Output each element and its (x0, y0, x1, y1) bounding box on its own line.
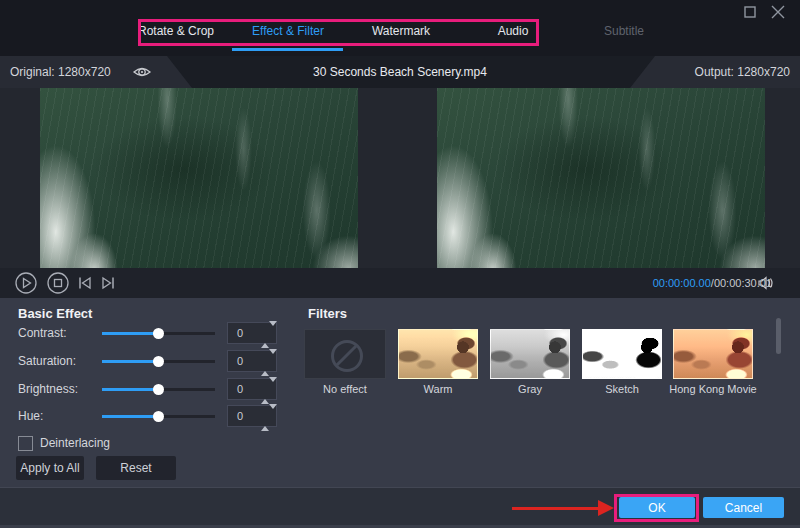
filters-panel: Filters No effect Warm Gray Sketch Hong … (300, 298, 800, 487)
brightness-slider[interactable] (102, 388, 215, 391)
original-video-preview (40, 88, 358, 268)
filter-label-sketch: Sketch (605, 383, 639, 395)
play-icon (15, 272, 37, 294)
brightness-label: Brightness: (18, 382, 78, 396)
video-filename: 30 Seconds Beach Scenery.mp4 (313, 65, 487, 79)
saturation-slider[interactable] (102, 360, 215, 363)
stop-button[interactable] (47, 272, 69, 294)
basic-effect-panel: Basic Effect Contrast: 0 Saturation: 0 B… (0, 298, 300, 487)
volume-button[interactable] (756, 274, 776, 292)
preview-area (0, 88, 800, 268)
tab-subtitle[interactable]: Subtitle (604, 24, 644, 38)
original-resolution-label: Original: 1280x720 (10, 65, 111, 79)
close-button[interactable] (770, 4, 786, 20)
hue-spin-arrows[interactable] (261, 409, 270, 425)
hue-spinbox[interactable]: 0 (227, 405, 277, 427)
annotation-arrow-head (598, 500, 614, 516)
close-icon (770, 4, 786, 20)
cancel-button[interactable]: Cancel (703, 497, 784, 518)
deinterlacing-label: Deinterlacing (40, 436, 110, 450)
spin-down-icon (269, 377, 277, 399)
preview-toggle-button[interactable] (132, 62, 152, 82)
filters-title: Filters (308, 306, 347, 321)
spin-up-icon (261, 382, 269, 404)
saturation-slider-thumb[interactable] (153, 356, 164, 367)
filter-label-gray: Gray (518, 383, 542, 395)
annotation-arrow-line (512, 507, 600, 510)
contrast-value: 0 (237, 327, 243, 339)
spin-down-icon (269, 321, 277, 343)
filter-warm[interactable] (398, 329, 478, 379)
current-time: 00:00:00.00 (653, 277, 711, 289)
filter-sketch[interactable] (582, 329, 662, 379)
next-frame-button[interactable] (99, 274, 117, 292)
spin-up-icon (261, 354, 269, 376)
eye-icon (132, 62, 152, 82)
hue-slider[interactable] (102, 415, 215, 418)
spin-down-icon (269, 349, 277, 371)
prohibition-icon (331, 340, 363, 372)
play-button[interactable] (15, 272, 37, 294)
filter-label-hong-kong-movie: Hong Kong Movie (669, 383, 756, 395)
spin-down-icon (269, 404, 277, 426)
apply-to-all-button[interactable]: Apply to All (16, 456, 84, 480)
brightness-value: 0 (237, 383, 243, 395)
saturation-label: Saturation: (18, 354, 76, 368)
contrast-spin-arrows[interactable] (261, 326, 270, 342)
filter-hong-kong-movie[interactable] (673, 329, 753, 379)
contrast-spinbox[interactable]: 0 (227, 322, 277, 344)
previous-frame-button[interactable] (76, 274, 94, 292)
ok-button[interactable]: OK (619, 497, 695, 518)
hue-label: Hue: (18, 409, 43, 423)
speaker-icon (756, 274, 776, 292)
video-editor-window: Rotate & Crop Effect & Filter Watermark … (0, 0, 800, 528)
brightness-spin-arrows[interactable] (261, 382, 270, 398)
filter-no-effect[interactable] (304, 329, 386, 379)
previous-frame-icon (76, 274, 94, 292)
preview-info-strip: Original: 1280x720 30 Seconds Beach Scen… (0, 56, 800, 88)
contrast-slider[interactable] (102, 332, 215, 335)
footer-bar: OK Cancel (0, 487, 800, 528)
hue-slider-thumb[interactable] (153, 411, 164, 422)
saturation-spinbox[interactable]: 0 (227, 350, 277, 372)
contrast-label: Contrast: (18, 326, 67, 340)
annotation-highlight-tabs (138, 19, 539, 46)
filter-label-warm: Warm (424, 383, 453, 395)
spin-up-icon (261, 409, 269, 431)
saturation-value: 0 (237, 355, 243, 367)
brightness-spinbox[interactable]: 0 (227, 378, 277, 400)
deinterlacing-checkbox[interactable] (18, 436, 33, 451)
filter-label-no-effect: No effect (323, 383, 367, 395)
maximize-button[interactable] (742, 4, 758, 20)
time-display: 00:00:00.00/00:00:30.01 (653, 277, 772, 289)
next-frame-icon (99, 274, 117, 292)
saturation-spin-arrows[interactable] (261, 354, 270, 370)
output-video-preview (437, 88, 765, 268)
active-tab-underline (232, 48, 343, 51)
tab-bar: Rotate & Crop Effect & Filter Watermark … (0, 0, 800, 56)
filters-scrollbar[interactable] (776, 318, 781, 354)
output-resolution-label: Output: 1280x720 (695, 65, 790, 79)
hue-value: 0 (237, 410, 243, 422)
player-bar: 00:00:00.00/00:00:30.01 (0, 268, 800, 298)
maximize-icon (742, 4, 758, 20)
filter-gray[interactable] (490, 329, 570, 379)
contrast-slider-thumb[interactable] (153, 328, 164, 339)
brightness-slider-thumb[interactable] (153, 384, 164, 395)
basic-effect-title: Basic Effect (18, 306, 92, 321)
reset-button[interactable]: Reset (96, 456, 176, 480)
spin-up-icon (261, 326, 269, 348)
stop-icon (47, 272, 69, 294)
